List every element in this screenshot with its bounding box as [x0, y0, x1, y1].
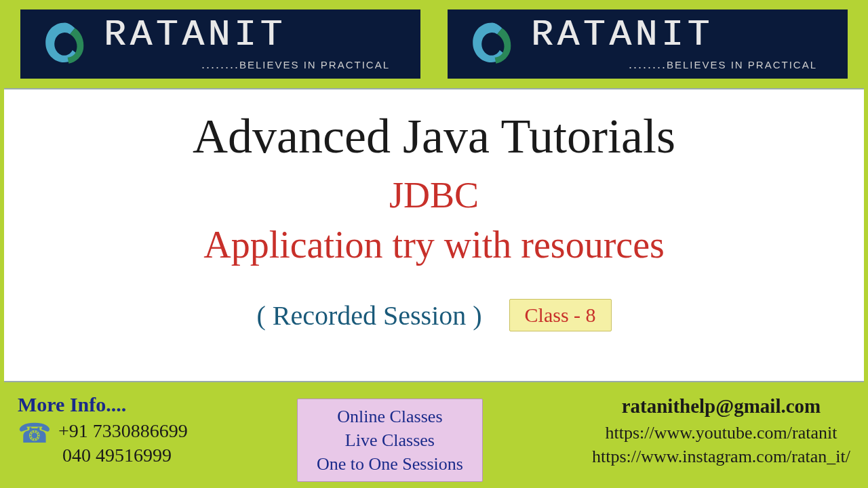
phone-number-1: +91 7330886699 [58, 419, 188, 443]
phone-number-2: 040 49516999 [58, 443, 188, 468]
one-to-one-label: One to One Sessions [317, 452, 463, 476]
subtitle-topic: Application try with resources [4, 223, 864, 266]
main-content: Advanced Java Tutorials JDBC Application… [4, 88, 864, 382]
class-badge: Class - 8 [509, 299, 612, 331]
online-classes-label: Online Classes [317, 405, 463, 428]
youtube-link: https://www.youtube.com/ratanit [592, 421, 850, 445]
header: RATANIT ........BELIEVES IN PRACTICAL RA… [0, 0, 868, 88]
live-classes-label: Live Classes [317, 428, 463, 452]
main-title: Advanced Java Tutorials [4, 108, 864, 165]
classes-box: Online Classes Live Classes One to One S… [297, 399, 483, 482]
email-address: ratanithelp@gmail.com [592, 393, 850, 420]
links-box: ratanithelp@gmail.com https://www.youtub… [592, 393, 850, 468]
logo-icon [462, 14, 523, 75]
instagram-link: https://www.instagram.com/ratan_it/ [592, 445, 850, 468]
logo-box-right: RATANIT ........BELIEVES IN PRACTICAL [448, 9, 848, 79]
logo-name: RATANIT [104, 17, 406, 54]
footer: More Info.... ☎ +91 7330886699 040 49516… [0, 382, 868, 482]
subtitle-jdbc: JDBC [4, 174, 864, 216]
logo-tagline: ........BELIEVES IN PRACTICAL [104, 58, 406, 72]
logo-box-left: RATANIT ........BELIEVES IN PRACTICAL [20, 9, 420, 79]
more-info-box: More Info.... ☎ +91 7330886699 040 49516… [18, 393, 188, 468]
logo-tagline: ........BELIEVES IN PRACTICAL [531, 58, 833, 72]
phone-icon: ☎ [18, 420, 52, 447]
logo-name: RATANIT [531, 17, 833, 54]
recorded-session-label: ( Recorded Session ) [256, 300, 481, 331]
logo-icon [35, 14, 96, 75]
more-info-label: More Info.... [18, 393, 188, 416]
session-row: ( Recorded Session ) Class - 8 [4, 299, 864, 331]
